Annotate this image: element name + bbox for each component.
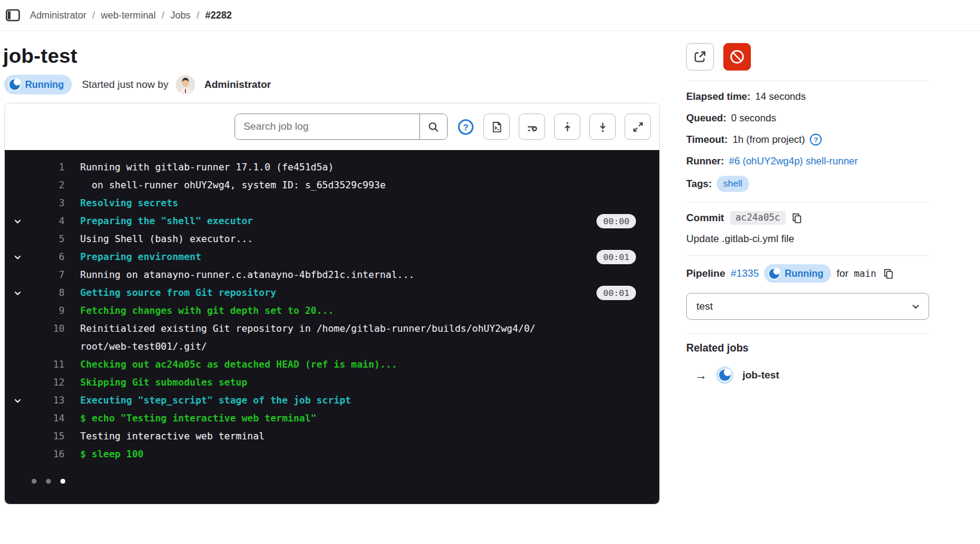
breadcrumb-link[interactable]: Administrator [30,10,86,21]
line-number-link[interactable]: 1 [29,158,65,176]
log-line: 4Preparing the "shell" executor00:00 [5,212,659,230]
breadcrumb-link[interactable]: web-terminal [101,10,156,21]
breadcrumb-link[interactable]: Jobs [171,10,191,21]
stage-dropdown-wrap: test [686,293,929,320]
help-icon[interactable]: ? [456,118,474,136]
chevron-spacer [13,302,29,320]
divider [686,333,929,334]
log-text-line: Fetching changes with git depth set to 2… [80,302,334,320]
scroll-bottom-icon[interactable] [589,114,616,140]
author-name[interactable]: Administrator [204,79,270,91]
line-number-link[interactable]: 10 [29,320,65,356]
chevron-down-icon[interactable] [13,212,29,230]
related-job-link[interactable]: job-test [742,369,779,381]
detail-value: 0 seconds [731,111,776,125]
duration-badge: 00:00 [596,214,636,228]
divider [686,202,929,203]
stage-dropdown[interactable]: test [686,293,929,320]
chevron-spacer [13,427,29,445]
log-text: Checking out ac24a05c as detached HEAD (… [80,356,397,374]
log-line: 11Checking out ac24a05c as detached HEAD… [5,356,659,374]
log-lines: 1Running with gitlab-runner 17.1.0 (fe45… [5,158,659,463]
chevron-spacer [13,266,29,284]
log-text: Preparing environment [80,248,201,266]
copy-ref-icon[interactable] [883,268,894,279]
chevron-down-icon[interactable] [13,284,29,302]
search-group [235,114,448,140]
log-text: Preparing the "shell" executor [80,212,253,230]
log-line: 12Skipping Git submodules setup [5,374,659,392]
line-number-link[interactable]: 6 [29,248,65,266]
sidebar-actions [686,43,929,71]
job-details-list: Elapsed time:14 secondsQueued:0 secondsT… [686,90,929,192]
chevron-spacer [13,445,29,463]
chevron-down-icon[interactable] [13,392,29,409]
scroll-top-icon[interactable] [554,114,580,140]
log-text-line: Preparing the "shell" executor [80,212,253,230]
log-line: 5Using Shell (bash) executor... [5,230,659,248]
line-number-link[interactable]: 13 [29,392,65,409]
help-icon[interactable]: ? [809,133,822,146]
commit-message[interactable]: Update .gitlab-ci.yml file [686,233,929,245]
detail-runner: Runner:#6 (ohUY2wg4p) shell-runner [686,154,929,168]
tag-badge: shell [717,176,749,192]
detail-label: Queued: [686,111,726,125]
line-number-link[interactable]: 5 [29,230,65,248]
line-number-link[interactable]: 8 [29,284,65,302]
detail-value: 1h (from project) [732,133,805,146]
log-toolbar: ? [5,103,659,150]
chevron-spacer [13,374,29,392]
log-text: Running on atanayno-runner.c.atanayno-4b… [80,266,415,284]
copy-commit-icon[interactable] [792,213,802,224]
log-text: Running with gitlab-runner 17.1.0 (fe451… [80,158,334,176]
log-loading-dots [32,479,659,484]
divider [686,81,929,81]
line-number-link[interactable]: 12 [29,374,65,392]
line-number-link[interactable]: 16 [29,445,65,463]
line-number-link[interactable]: 9 [29,302,65,320]
pipeline-status-badge: Running [764,264,831,283]
job-status-row: Running Started just now by Administrato… [4,75,660,94]
new-window-button[interactable] [686,43,714,71]
pipeline-label: Pipeline [686,268,725,280]
commit-sha[interactable]: ac24a05c [730,211,786,225]
log-text-line: $ sleep 100 [80,445,144,463]
fullscreen-icon[interactable] [625,114,651,140]
chevron-spacer [13,176,29,194]
search-input[interactable] [235,114,419,139]
log-text-line: Preparing environment [80,248,201,266]
log-text-line: Resolving secrets [80,194,178,212]
chevron-down-icon[interactable] [13,248,29,266]
log-text: Fetching changes with git depth set to 2… [80,302,334,320]
line-number-link[interactable]: 4 [29,212,65,230]
raw-log-icon[interactable] [483,114,510,140]
line-number-link[interactable]: 14 [29,409,65,427]
avatar[interactable] [176,75,195,94]
log-text: Executing "step_script" stage of the job… [80,392,351,409]
runner-link[interactable]: #6 (ohUY2wg4p) shell-runner [729,154,858,168]
log-line: 9Fetching changes with git depth set to … [5,302,659,320]
line-number-link[interactable]: 11 [29,356,65,374]
line-number-link[interactable]: 7 [29,266,65,284]
breadcrumb-current: #2282 [205,10,232,21]
cancel-job-button[interactable] [723,43,751,71]
line-number-link[interactable]: 15 [29,427,65,445]
status-badge-label: Running [25,80,64,90]
job-log: 1Running with gitlab-runner 17.1.0 (fe45… [5,150,659,504]
breadcrumb-separator: / [162,10,164,21]
chevron-spacer [13,158,29,176]
commit-label: Commit [686,212,724,224]
line-number-link[interactable]: 2 [29,176,65,194]
pipeline-ref[interactable]: main [854,268,876,279]
sidebar-toggle-icon[interactable] [5,8,20,23]
related-jobs-title: Related jobs [686,342,929,354]
detail-elapsed-time: Elapsed time:14 seconds [686,90,929,103]
search-icon[interactable] [419,114,447,139]
pipeline-link[interactable]: #1335 [731,268,759,280]
chevron-spacer [13,194,29,212]
line-number-link[interactable]: 3 [29,194,65,212]
log-text-line: Checking out ac24a05c as detached HEAD (… [80,356,397,374]
wrap-lines-icon[interactable] [519,114,545,140]
divider [686,255,929,256]
log-text-line: $ echo "Testing interactive web terminal… [80,409,316,427]
